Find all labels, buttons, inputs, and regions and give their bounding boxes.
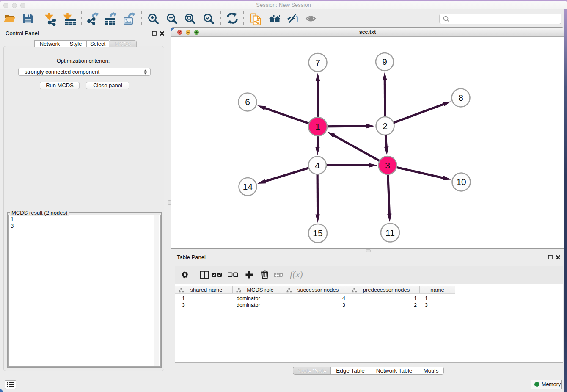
svg-text:9: 9 <box>382 57 387 66</box>
svg-text:7: 7 <box>315 58 320 67</box>
svg-text:3: 3 <box>385 160 390 170</box>
svg-text:6: 6 <box>245 97 250 107</box>
svg-text:8: 8 <box>458 93 463 102</box>
svg-text:1: 1 <box>315 121 320 131</box>
svg-text:11: 11 <box>385 228 395 237</box>
svg-text:10: 10 <box>456 177 466 187</box>
svg-text:4: 4 <box>315 160 320 170</box>
svg-text:14: 14 <box>243 182 253 191</box>
svg-text:2: 2 <box>383 121 388 131</box>
svg-text:15: 15 <box>313 228 322 238</box>
